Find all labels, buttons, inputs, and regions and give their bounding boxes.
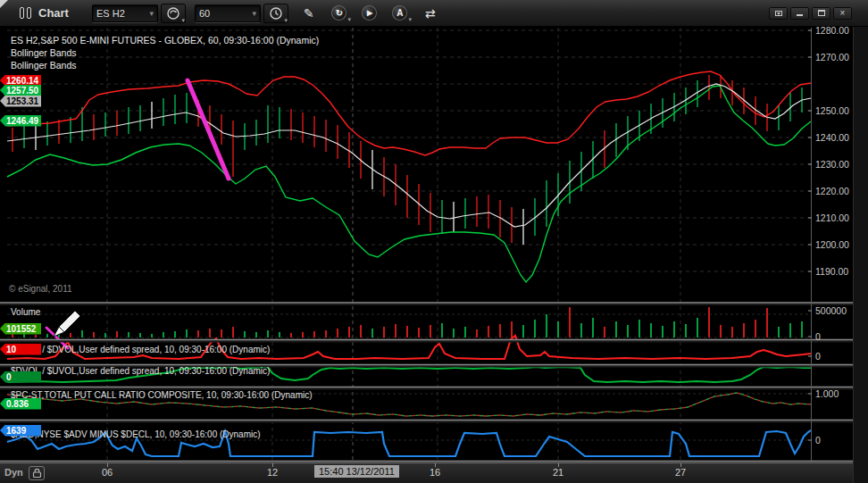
toolbar: Chart ES H2 ▾ ▾ 60 ▾ ▾ ✎: [0, 0, 868, 27]
window-corner: [0, 0, 8, 8]
timeline-tick-label: 27: [654, 467, 707, 478]
chevron-down-icon: ▾: [284, 17, 288, 23]
pencil-icon: ✎: [304, 6, 314, 21]
close-button[interactable]: ×: [833, 7, 852, 20]
chevron-down-icon: ▾: [347, 16, 351, 22]
cursor-datetime-label: 15:40 13/12/2011: [314, 465, 399, 478]
symbol-combo[interactable]: ES H2 ▾: [92, 4, 158, 22]
timeline-tick-mark: [435, 463, 436, 467]
refresh-icon: ↻: [331, 5, 346, 21]
interval-value: 60: [199, 8, 210, 19]
minimize-button[interactable]: [790, 7, 809, 20]
symbol-value: ES H2: [96, 8, 125, 19]
lock-icon: [32, 468, 42, 479]
vertical-scrollbar[interactable]: [853, 27, 868, 483]
timeline-tick-mark: [680, 463, 681, 467]
letter-a-icon: A: [392, 5, 407, 21]
chevron-down-icon[interactable]: ▾: [252, 9, 256, 18]
timeline-tick-label: 12: [246, 467, 299, 478]
close-icon: ×: [840, 9, 846, 18]
interval-combo[interactable]: 60 ▾: [195, 4, 261, 22]
clock-icon: [269, 6, 283, 21]
timeline-tick-mark: [272, 463, 273, 467]
timeline-tick-mark: [558, 463, 559, 467]
swap-axes-button[interactable]: ⇄: [419, 4, 442, 23]
chart-canvas[interactable]: [0, 0, 853, 483]
maximize-button[interactable]: [812, 7, 830, 20]
chart-window: Chart ES H2 ▾ ▾ 60 ▾ ▾ ✎: [0, 0, 868, 483]
timeline-tick-label: 16: [408, 467, 462, 478]
window-controls: ×: [769, 7, 852, 20]
minimize-icon: [797, 11, 803, 16]
chevron-down-icon: ▾: [181, 17, 185, 23]
play-icon: ▶: [362, 5, 377, 21]
reload-chart-button[interactable]: ↻ ▾: [328, 4, 351, 23]
interval-clock-button[interactable]: ▾: [263, 4, 288, 23]
chevron-down-icon[interactable]: ▾: [149, 9, 154, 18]
dock-icon: [775, 11, 782, 16]
chevron-down-icon: ▾: [408, 16, 412, 22]
window-title: Chart: [38, 6, 69, 20]
dyn-mode-label: Dyn: [4, 467, 23, 478]
timeline-bar[interactable]: Dyn 061216212715:40 13/12/2011: [0, 462, 853, 483]
maximize-icon: [818, 10, 825, 16]
play-button[interactable]: ▶: [358, 4, 381, 23]
timeline-tick-mark: [107, 463, 108, 467]
time-template-lock-button[interactable]: [29, 466, 45, 480]
symbol-refresh-button[interactable]: ▾: [161, 4, 186, 23]
dock-window-button[interactable]: [769, 7, 788, 20]
timeline-tick-label: 21: [531, 467, 585, 478]
refresh-globe-icon: [166, 6, 180, 21]
chart-panel-icon: [20, 7, 31, 19]
timeline-tick-label: 06: [80, 467, 134, 478]
arrows-swap-icon: ⇄: [425, 6, 436, 21]
draw-tool-button[interactable]: ✎: [297, 4, 321, 23]
auto-scale-button[interactable]: A ▾: [388, 4, 412, 23]
